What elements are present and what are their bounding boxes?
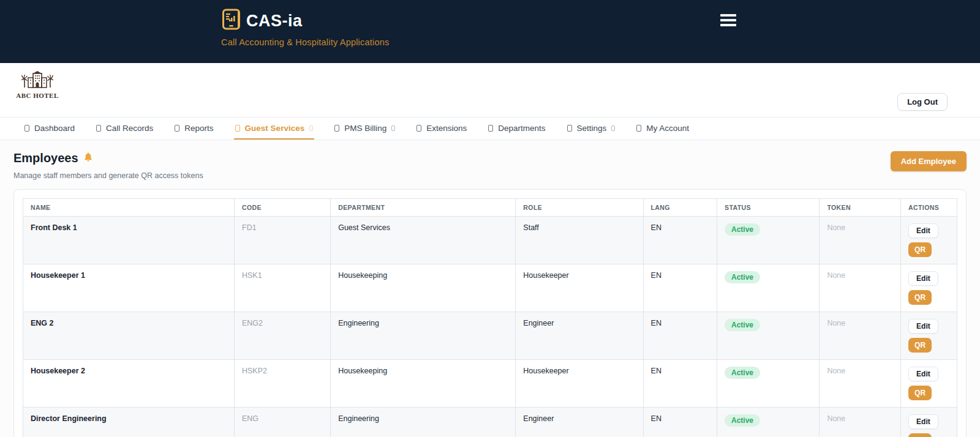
table-row: Housekeeper 1HSK1HousekeepingHousekeeper… (23, 264, 957, 312)
departments-tab-icon (488, 125, 493, 132)
status-badge: Active (725, 414, 760, 427)
main-nav: DashboardCall RecordsReportsGuest Servic… (0, 118, 980, 140)
column-header-department: DEPARTMENT (331, 199, 516, 217)
brand-tagline: Call Accounting & Hospitality Applicatio… (221, 37, 389, 47)
table-row: Front Desk 1FD1Guest ServicesStaffENActi… (23, 217, 957, 264)
chevron-down-icon (309, 125, 313, 131)
column-header-status: STATUS (717, 199, 819, 217)
employee-lang-cell: EN (643, 217, 717, 264)
table-header-row: NAMECODEDEPARTMENTROLELANGSTATUSTOKENACT… (23, 199, 957, 217)
employee-department-cell: Engineering (331, 312, 516, 360)
tab-extensions[interactable]: Extensions (415, 118, 468, 140)
page-head: Employees Manage staff members and gener… (13, 151, 967, 180)
employee-department-cell: Guest Services (331, 217, 516, 264)
employee-lang-cell: EN (643, 312, 717, 360)
column-header-code: CODE (235, 199, 331, 217)
tab-call-records[interactable]: Call Records (95, 118, 154, 140)
column-header-token: TOKEN (820, 199, 901, 217)
content: Employees Manage staff members and gener… (0, 140, 980, 437)
employee-department-cell: Housekeeping (331, 264, 516, 312)
employee-actions-cell: EditQR (901, 312, 957, 360)
tab-guest-services[interactable]: Guest Services (234, 118, 315, 140)
edit-button[interactable]: Edit (908, 367, 938, 381)
employee-lang-cell: EN (643, 264, 717, 312)
employee-code-cell: HSKP2 (235, 360, 331, 408)
edit-button[interactable]: Edit (908, 223, 938, 238)
dashboard-tab-icon (24, 125, 29, 132)
employee-actions-cell: EditQR (901, 360, 957, 408)
qr-button[interactable]: QR (908, 433, 932, 437)
column-header-name: NAME (23, 199, 235, 217)
table-row: Director EngineeringENGEngineeringEngine… (23, 408, 957, 437)
employee-role-cell: Housekeeper (516, 360, 643, 408)
employee-status-cell: Active (717, 217, 819, 264)
edit-button[interactable]: Edit (908, 271, 938, 286)
tab-label: Guest Services (245, 124, 305, 133)
employee-lang-cell: EN (643, 408, 717, 437)
employees-table: NAMECODEDEPARTMENTROLELANGSTATUSTOKENACT… (23, 198, 957, 437)
employee-name-cell: Housekeeper 1 (23, 264, 235, 312)
employee-token-cell: None (820, 217, 901, 264)
employee-name-cell: Director Engineering (23, 408, 235, 437)
qr-button[interactable]: QR (908, 386, 932, 400)
tab-label: Departments (498, 124, 545, 133)
employee-code-cell: FD1 (235, 217, 331, 264)
status-badge: Active (725, 319, 760, 331)
table-row: Housekeeper 2HSKP2HousekeepingHousekeepe… (23, 360, 957, 408)
chevron-down-icon (611, 125, 615, 131)
employee-name-cell: ENG 2 (23, 312, 235, 360)
tab-reports[interactable]: Reports (173, 118, 214, 140)
qr-button[interactable]: QR (908, 338, 932, 353)
employee-token-cell: None (820, 408, 901, 437)
column-header-actions: ACTIONS (901, 199, 957, 217)
my-account-tab-icon (636, 125, 641, 132)
call-records-tab-icon (96, 125, 101, 132)
employee-role-cell: Housekeeper (516, 264, 643, 312)
hamburger-menu-icon[interactable] (720, 14, 736, 26)
guest-services-tab-icon (235, 125, 240, 132)
qr-button[interactable]: QR (908, 290, 932, 305)
tab-label: Settings (577, 124, 607, 133)
employee-name-cell: Housekeeper 2 (23, 360, 235, 408)
add-employee-button[interactable]: Add Employee (891, 151, 967, 171)
employee-token-cell: None (820, 312, 901, 360)
tab-settings[interactable]: Settings (566, 118, 617, 140)
employee-lang-cell: EN (643, 360, 717, 408)
column-header-lang: LANG (643, 199, 717, 217)
employees-table-card: NAMECODEDEPARTMENTROLELANGSTATUSTOKENACT… (13, 189, 967, 437)
settings-tab-icon (567, 125, 572, 132)
employee-status-cell: Active (717, 312, 819, 360)
status-badge: Active (725, 223, 760, 236)
extensions-tab-icon (417, 125, 421, 132)
employee-department-cell: Engineering (331, 408, 516, 437)
tab-label: Call Records (106, 124, 153, 133)
employee-code-cell: HSK1 (235, 264, 331, 312)
employee-status-cell: Active (717, 264, 819, 312)
employee-role-cell: Staff (516, 217, 643, 264)
tab-pms-billing[interactable]: PMS Billing (333, 118, 396, 140)
employee-token-cell: None (820, 360, 901, 408)
tablet-chart-icon (221, 9, 241, 33)
tab-departments[interactable]: Departments (487, 118, 546, 140)
logout-button[interactable]: Log Out (897, 93, 948, 111)
employee-actions-cell: EditQR (901, 264, 957, 312)
app-header: CAS-ia Call Accounting & Hospitality App… (0, 0, 980, 63)
tab-label: Reports (184, 124, 213, 133)
brand-name: CAS-ia (246, 12, 303, 31)
property-band: ABC HOTEL Log Out (0, 63, 980, 118)
tab-label: Dashboard (34, 124, 75, 133)
column-header-role: ROLE (516, 199, 643, 217)
employee-actions-cell: EditQR (901, 408, 957, 437)
status-badge: Active (725, 271, 760, 283)
employee-name-cell: Front Desk 1 (23, 217, 235, 264)
employee-department-cell: Housekeeping (331, 360, 516, 408)
page-title: Employees (13, 151, 78, 165)
tab-my-account[interactable]: My Account (635, 118, 690, 140)
tab-dashboard[interactable]: Dashboard (23, 118, 76, 140)
qr-button[interactable]: QR (908, 242, 932, 257)
employee-role-cell: Engineer (516, 312, 643, 360)
edit-button[interactable]: Edit (908, 414, 938, 429)
edit-button[interactable]: Edit (908, 319, 938, 334)
bell-icon (84, 152, 92, 164)
employee-role-cell: Engineer (516, 408, 643, 437)
